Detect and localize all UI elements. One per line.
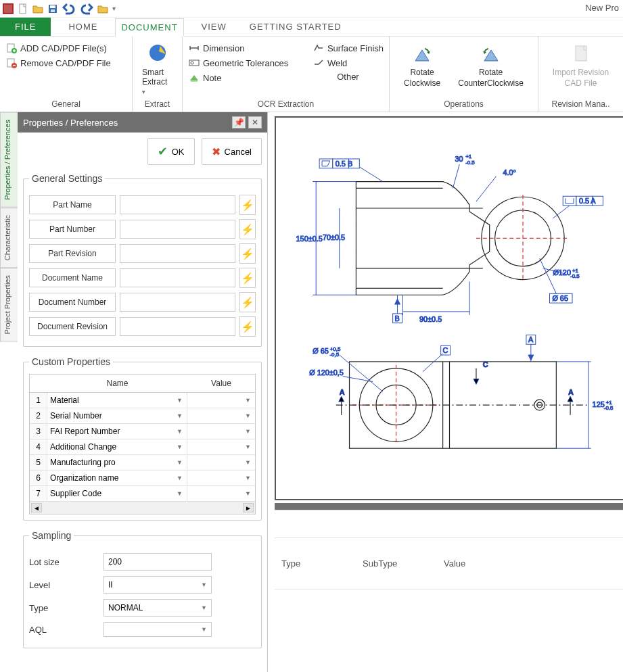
row-name-cell[interactable]: Material▼ <box>47 393 187 408</box>
custom-prop-row[interactable]: 4Additional Change▼▼ <box>30 439 255 455</box>
remove-cad-button[interactable]: Remove CAD/PDF File <box>5 57 126 69</box>
svg-line-44 <box>476 176 497 201</box>
open-recent-icon[interactable] <box>97 3 108 14</box>
row-value-cell[interactable]: ▼ <box>187 486 255 501</box>
row-name-cell[interactable]: Supplier Code▼ <box>47 486 187 501</box>
document-name-autofill-button[interactable]: ⚡ <box>239 268 256 288</box>
type-select[interactable]: NORMAL▼ <box>103 599 212 617</box>
rotate-ccw-button[interactable]: Rotate CounterClockwise <box>454 39 528 88</box>
chevron-down-icon: ▼ <box>244 475 252 481</box>
check-icon: ✔ <box>158 144 168 159</box>
scroll-right-icon[interactable]: ► <box>243 503 254 512</box>
row-index: 3 <box>30 424 47 439</box>
sidetab-characteristic[interactable]: Characteristic <box>0 208 18 268</box>
custom-properties-legend: Custom Properties <box>29 356 113 367</box>
ocr-dimension-button[interactable]: Dimension <box>188 42 299 54</box>
row-value-cell[interactable]: ▼ <box>187 424 255 439</box>
add-cad-button[interactable]: ADD CAD/PDF File(s) <box>5 42 126 54</box>
custom-props-scrollbar[interactable]: ◄ ► <box>30 501 255 514</box>
open-icon[interactable] <box>32 3 43 14</box>
new-icon[interactable] <box>18 3 28 14</box>
part-number-autofill-button[interactable]: ⚡ <box>239 219 256 239</box>
undo-icon[interactable] <box>62 2 76 16</box>
pane-divider[interactable] <box>275 503 623 510</box>
ocr-weld-button[interactable]: Weld <box>313 57 384 69</box>
redo-icon[interactable] <box>80 2 93 16</box>
part-name-autofill-button[interactable]: ⚡ <box>239 195 256 215</box>
document-number-autofill-button[interactable]: ⚡ <box>239 292 256 312</box>
row-value-cell[interactable]: ▼ <box>187 408 255 423</box>
part-name-input[interactable] <box>120 195 235 214</box>
sidetab-project-properties[interactable]: Project Properties <box>0 268 18 341</box>
row-value-cell[interactable]: ▼ <box>187 471 255 485</box>
custom-prop-row[interactable]: 6Organization name▼▼ <box>30 471 255 486</box>
type-label: Type <box>29 603 97 613</box>
document-revision-autofill-button[interactable]: ⚡ <box>239 316 256 337</box>
lot-size-input[interactable] <box>103 553 212 571</box>
smart-extract-button[interactable]: Smart Extract ▾ <box>138 39 177 96</box>
main-area: Properties / Preferences Characteristic … <box>0 112 623 672</box>
custom-properties-table: Name Value 1Material▼▼2Serial Number▼▼3F… <box>29 374 256 514</box>
ribbon-group-revision-label: Revision Mana.. <box>544 98 618 112</box>
cad-canvas[interactable]: 150±0.5 70±0.5 90±0.5 0.5 B <box>275 116 623 500</box>
tab-document[interactable]: DOCUMENT <box>115 18 183 37</box>
ribbon-group-general-label: General <box>5 98 126 112</box>
scroll-left-icon[interactable]: ◄ <box>31 503 42 512</box>
svg-text:Ø 65: Ø 65 <box>552 294 568 302</box>
part-revision-autofill-button[interactable]: ⚡ <box>239 243 256 264</box>
custom-prop-row[interactable]: 2Serial Number▼▼ <box>30 408 255 424</box>
remove-file-icon <box>5 57 18 69</box>
sampling-legend: Sampling <box>29 530 74 541</box>
lightning-icon: ⚡ <box>241 296 254 309</box>
tab-home[interactable]: HOME <box>63 18 103 36</box>
custom-prop-row[interactable]: 3FAI Report Number▼▼ <box>30 424 255 439</box>
close-icon[interactable]: ✕ <box>248 116 262 128</box>
custom-prop-row[interactable]: 1Material▼▼ <box>30 393 255 408</box>
rotate-cw-button[interactable]: Rotate Clockwise <box>400 39 444 88</box>
row-name-cell[interactable]: FAI Report Number▼ <box>47 424 187 439</box>
row-name-cell[interactable]: Organization name▼ <box>47 471 187 485</box>
svg-text:125+1-0.5: 125+1-0.5 <box>593 400 614 411</box>
row-value-cell[interactable]: ▼ <box>187 439 255 454</box>
svg-rect-34 <box>319 159 333 168</box>
part-number-input[interactable] <box>120 220 235 239</box>
document-revision-label: Document Revision <box>29 317 116 336</box>
row-name-cell[interactable]: Manufacturing pro▼ <box>47 455 187 470</box>
svg-rect-14 <box>191 80 198 82</box>
ok-button[interactable]: ✔ OK <box>147 138 195 165</box>
document-name-input[interactable] <box>120 268 235 287</box>
pin-icon[interactable]: 📌 <box>232 116 246 128</box>
aql-select[interactable]: ▼ <box>103 622 212 637</box>
row-value-cell[interactable]: ▼ <box>187 393 255 408</box>
custom-properties-section: Custom Properties Name Value 1Material▼▼… <box>23 356 262 521</box>
row-name-cell[interactable]: Serial Number▼ <box>47 408 187 423</box>
tab-getting-started[interactable]: GETTING STARTED <box>244 18 347 36</box>
save-icon[interactable] <box>47 3 58 14</box>
level-select[interactable]: II▼ <box>103 576 212 594</box>
chevron-down-icon: ▼ <box>201 626 207 633</box>
tab-file[interactable]: FILE <box>0 18 51 36</box>
tab-view[interactable]: VIEW <box>196 18 232 36</box>
chevron-down-icon: ▼ <box>244 397 252 404</box>
ocr-note-button[interactable]: Note <box>188 72 299 84</box>
custom-prop-row[interactable]: 7Supplier Code▼▼ <box>30 486 255 501</box>
svg-line-74 <box>423 354 443 372</box>
document-revision-input[interactable] <box>120 317 235 336</box>
custom-prop-row[interactable]: 5Manufacturing pro▼▼ <box>30 455 255 471</box>
svg-text:B: B <box>395 314 400 322</box>
window-title: New Pro <box>585 3 619 13</box>
ocr-geotol-button[interactable]: Geometric Tolerances <box>188 57 299 69</box>
part-revision-input[interactable] <box>120 244 235 263</box>
col-subtype: SubType <box>363 558 417 569</box>
qat-more-icon[interactable]: ▾ <box>112 5 116 12</box>
sidetab-properties[interactable]: Properties / Preferences <box>0 112 18 208</box>
row-index: 6 <box>30 471 47 485</box>
drawing-area: 150±0.5 70±0.5 90±0.5 0.5 B <box>268 112 623 672</box>
document-number-input[interactable] <box>120 293 235 312</box>
ocr-other-button[interactable]: Other <box>313 72 384 82</box>
row-value-cell[interactable]: ▼ <box>187 455 255 470</box>
row-name-cell[interactable]: Additional Change▼ <box>47 439 187 454</box>
ribbon-group-ocr-label: OCR Extraction <box>188 98 384 112</box>
ocr-surface-finish-button[interactable]: Surface Finish <box>313 42 384 54</box>
cancel-button[interactable]: ✖ Cancel <box>202 138 262 165</box>
